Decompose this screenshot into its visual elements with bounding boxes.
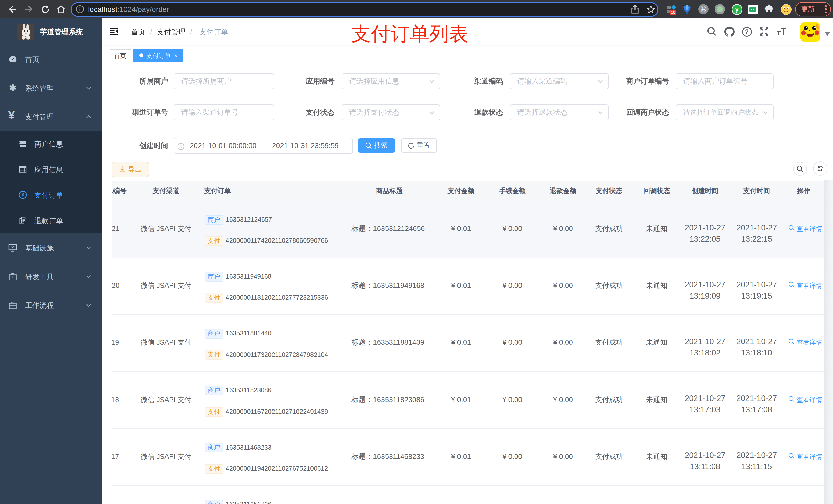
svg-text:?: ? xyxy=(745,28,749,35)
svg-text:y: y xyxy=(735,6,738,13)
svg-text:10: 10 xyxy=(671,10,676,15)
svg-text:⌘: ⌘ xyxy=(700,5,707,13)
